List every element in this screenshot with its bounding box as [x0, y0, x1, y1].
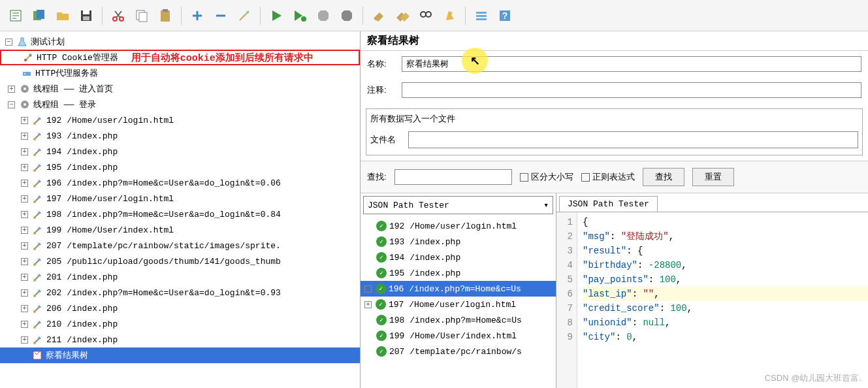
save-icon[interactable] — [76, 5, 97, 26]
copy-icon[interactable] — [131, 5, 152, 26]
tree-sampler[interactable]: +193 /index.php — [0, 128, 360, 144]
tree-sampler[interactable]: +195 /index.php — [0, 159, 360, 175]
tree-sampler[interactable]: +199 /Home/User/index.html — [0, 222, 360, 238]
results-icon — [31, 349, 43, 361]
expand-icon[interactable]: + — [21, 148, 28, 155]
collapse-icon[interactable]: − — [8, 101, 15, 108]
expand-icon[interactable]: + — [364, 285, 372, 293]
expand-icon[interactable]: + — [21, 274, 28, 281]
result-row[interactable]: ✓194 /index.php — [361, 250, 556, 265]
tree-label: 193 /index.php — [46, 131, 118, 141]
paste-icon[interactable] — [155, 5, 176, 26]
filename-label: 文件名 — [370, 134, 403, 146]
svg-point-38 — [33, 279, 36, 282]
case-sensitive-checkbox[interactable]: 区分大小写 — [520, 171, 573, 183]
tree-thread-group-1[interactable]: + 线程组 —— 进入首页 — [0, 81, 360, 97]
expand-icon[interactable]: + — [21, 195, 28, 202]
tab-json-path[interactable]: JSON Path Tester — [559, 196, 658, 212]
svg-point-25 — [24, 88, 26, 90]
collapse-icon[interactable]: − — [5, 39, 12, 46]
tree-proxy[interactable]: HTTP代理服务器 — [0, 65, 360, 81]
tree-sampler[interactable]: +205 /public/upload/goods/thumb/141/good… — [0, 253, 360, 269]
new-icon[interactable] — [5, 5, 26, 26]
expand-icon[interactable]: + — [8, 86, 15, 93]
result-row[interactable]: ✓195 /index.php — [361, 265, 556, 281]
expand-icon[interactable]: + — [21, 211, 28, 218]
renderer-dropdown[interactable]: JSON Path Tester▾ — [363, 196, 553, 214]
tree-thread-group-2[interactable]: − 线程组 —— 登录 — [0, 97, 360, 112]
regex-checkbox[interactable]: 正则表达式 — [581, 171, 635, 183]
svg-point-29 — [33, 138, 36, 140]
tree-sampler[interactable]: +197 /Home/user/login.html — [0, 191, 360, 206]
tree-sampler[interactable]: +207 /template/pc/rainbow/static/images/… — [0, 238, 360, 253]
clear-all-icon[interactable] — [392, 5, 413, 26]
result-row[interactable]: ✓198 /index.php?m=Home&c=Us — [361, 312, 556, 328]
result-row[interactable]: ✓192 /Home/user/login.html — [361, 218, 556, 234]
svg-point-12 — [246, 11, 249, 14]
result-row[interactable]: +✓196 /index.php?m=Home&c=Us — [361, 281, 556, 297]
stop-icon[interactable] — [313, 5, 334, 26]
expand-icon[interactable]: + — [21, 321, 28, 328]
flask-icon — [16, 36, 28, 48]
tree-sampler[interactable]: +196 /index.php?m=Home&c=User&a=do_login… — [0, 175, 360, 191]
svg-point-28 — [33, 122, 36, 125]
result-row[interactable]: ✓207 /template/pc/rainbow/s — [361, 344, 556, 359]
wand-icon[interactable] — [234, 5, 255, 26]
add-icon[interactable] — [187, 5, 208, 26]
expand-icon[interactable]: + — [364, 301, 372, 308]
tree-sampler[interactable]: +192 /Home/user/login.html — [0, 112, 360, 128]
tree-sampler[interactable]: +206 /index.php — [0, 300, 360, 316]
tree-view-results[interactable]: 察看结果树 — [0, 348, 360, 363]
name-input[interactable] — [402, 56, 861, 72]
expand-icon[interactable]: + — [21, 336, 28, 344]
tree-sampler[interactable]: +198 /index.php?m=Home&c=User&a=do_login… — [0, 206, 360, 222]
expand-icon[interactable]: + — [21, 133, 28, 140]
expand-icon[interactable]: + — [21, 227, 28, 234]
comment-input[interactable] — [402, 82, 861, 98]
expand-icon[interactable]: + — [21, 180, 28, 187]
tree-root[interactable]: − 测试计划 — [0, 34, 360, 50]
sampler-icon — [32, 318, 44, 330]
shutdown-icon[interactable] — [336, 5, 357, 26]
templates-icon[interactable] — [29, 5, 50, 26]
expand-icon[interactable]: + — [21, 289, 28, 297]
run-no-pause-icon[interactable] — [289, 5, 310, 26]
result-row[interactable]: ✓199 /Home/User/index.html — [361, 328, 556, 344]
expand-icon[interactable]: + — [21, 305, 28, 312]
open-icon[interactable] — [52, 5, 73, 26]
tree-sampler[interactable]: +202 /index.php?m=Home&c=User&a=do_login… — [0, 285, 360, 300]
tree-cookie-manager[interactable]: HTTP Cookie管理器 用于自动将cookie添加到后续所有请求中 — [0, 50, 360, 65]
svg-point-27 — [24, 103, 26, 106]
help-icon[interactable]: ? — [494, 5, 515, 26]
success-icon: ✓ — [376, 283, 386, 294]
separator — [102, 7, 103, 25]
tree-label: 207 /template/pc/rainbow/static/images/s… — [46, 241, 281, 251]
tree-label: 195 /index.php — [46, 163, 118, 172]
search-icon[interactable] — [415, 5, 436, 26]
tree-sampler[interactable]: +194 /index.php — [0, 144, 360, 159]
cut-icon[interactable] — [108, 5, 129, 26]
expand-icon[interactable]: + — [21, 117, 28, 124]
reset-button[interactable]: 重置 — [692, 168, 734, 186]
search-input[interactable] — [394, 169, 512, 185]
tree-sampler[interactable]: +210 /index.php — [0, 316, 360, 332]
remove-icon[interactable] — [210, 5, 231, 26]
tree-sampler[interactable]: +211 /index.php — [0, 332, 360, 348]
clear-icon[interactable] — [368, 5, 389, 26]
main-split: − 测试计划 HTTP Cookie管理器 用于自动将cookie添加到后续所有… — [0, 31, 868, 388]
search-button[interactable]: 查找 — [643, 168, 684, 186]
reset-search-icon[interactable] — [439, 5, 460, 26]
svg-point-42 — [33, 342, 36, 344]
expand-icon[interactable]: + — [21, 258, 28, 265]
result-row[interactable]: ✓193 /index.php — [361, 234, 556, 250]
tree-sampler[interactable]: +201 /index.php — [0, 269, 360, 285]
run-icon[interactable] — [266, 5, 287, 26]
tree-label: 205 /public/upload/goods/thumb/141/goods… — [46, 257, 281, 267]
results-tree: ✓192 /Home/user/login.html✓193 /index.ph… — [361, 217, 556, 388]
expand-icon[interactable]: + — [21, 164, 28, 171]
function-helper-icon[interactable] — [471, 5, 492, 26]
expand-icon[interactable]: + — [21, 242, 28, 250]
code-content[interactable]: { "msg": "登陆成功", "result": { "birthday":… — [577, 212, 868, 388]
filename-input[interactable] — [408, 131, 858, 148]
result-row[interactable]: +✓197 /Home/user/login.html — [361, 297, 556, 312]
